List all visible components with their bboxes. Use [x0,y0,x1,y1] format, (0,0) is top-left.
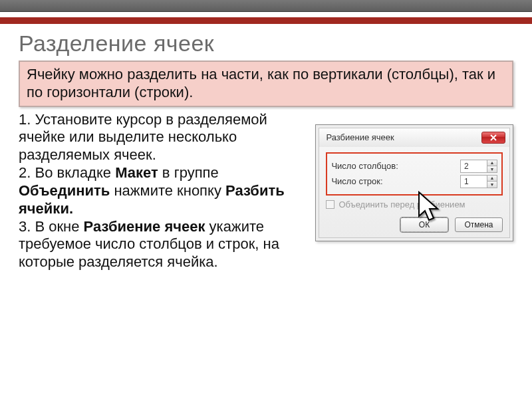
accent-band [0,17,532,24]
rows-up-icon[interactable]: ▲ [487,176,497,182]
merge-checkbox[interactable] [326,200,334,209]
dialog-screenshot-frame: Разбиение ячеек Число столбцов: [315,124,513,241]
rows-field: Число строк: ▲ ▼ [331,175,497,188]
steps: 1. Установите курсор в разделяемой ячейк… [19,111,299,271]
rows-down-icon[interactable]: ▼ [487,182,497,188]
rows-spinner[interactable]: ▲ ▼ [460,175,497,188]
top-chrome-band [0,0,532,12]
close-button[interactable] [481,132,505,144]
step-3: 3. В окне Разбиение ячеек укажите требуе… [19,218,299,271]
cancel-button[interactable]: Отмена [455,217,503,232]
merge-label: Объединить перед разбиением [338,200,465,209]
close-icon [490,134,497,141]
dialog-title: Разбиение ячеек [326,132,394,142]
intro-box: Ячейку можно разделить на части, как по … [19,61,513,107]
split-cells-dialog: Разбиение ячеек Число столбцов: [319,128,510,238]
slide-content: Разделение ячеек Ячейку можно разделить … [0,24,532,271]
rows-label: Число строк: [331,176,382,186]
ok-button[interactable]: ОК [400,217,448,232]
columns-up-icon[interactable]: ▲ [487,160,497,167]
step-1: 1. Установите курсор в разделяемой ячейк… [19,111,299,164]
columns-down-icon[interactable]: ▼ [487,166,497,172]
gap-band [0,12,532,17]
columns-spinner[interactable]: ▲ ▼ [460,160,497,173]
merge-before-row[interactable]: Объединить перед разбиением [326,200,503,209]
columns-field: Число столбцов: ▲ ▼ [331,160,497,173]
rows-input[interactable] [460,175,487,188]
columns-label: Число столбцов: [331,161,398,171]
slide-title: Разделение ячеек [19,31,513,57]
columns-input[interactable] [460,160,487,173]
intro-text: Ячейку можно разделить на части, как по … [27,66,505,102]
dialog-titlebar: Разбиение ячеек [319,128,509,147]
step-2: 2. Во вкладке Макет в группе Объединить … [19,164,299,217]
highlight-box: Число столбцов: ▲ ▼ Чис [326,152,503,196]
